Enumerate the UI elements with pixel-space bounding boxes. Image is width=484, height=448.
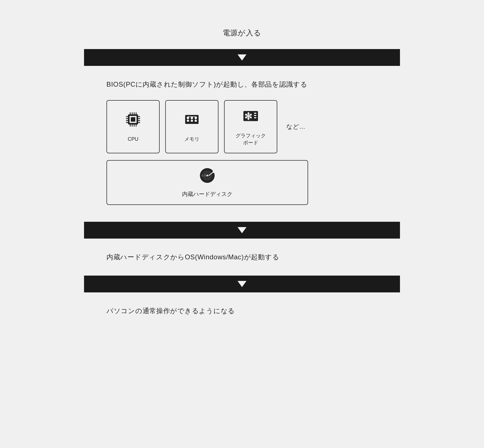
arrow3-block <box>84 276 400 292</box>
svg-point-33 <box>247 115 250 117</box>
flow-container: 電源が入る BIOS(PCに内蔵された制御ソフト)が起動し、各部品を認識する <box>84 17 400 329</box>
components-row: CPU <box>106 100 305 153</box>
step3-block: 内蔵ハードディスクからOS(Windows/Mac)が起動する <box>84 239 400 276</box>
arrow1-block <box>84 49 400 66</box>
svg-rect-24 <box>191 120 193 122</box>
svg-rect-20 <box>187 117 189 119</box>
svg-rect-45 <box>248 120 249 121</box>
memory-label: メモリ <box>184 136 199 143</box>
arrow2-block <box>84 222 400 239</box>
graphics-icon <box>242 107 260 128</box>
svg-rect-41 <box>254 115 256 116</box>
svg-point-53 <box>213 171 215 173</box>
step1-text: 電源が入る <box>223 28 262 38</box>
graphics-label: グラフィックボード <box>236 132 266 146</box>
graphics-card: グラフィックボード <box>224 100 277 153</box>
svg-point-34 <box>248 112 249 115</box>
hdd-wide-card: 内蔵ハードディスク <box>106 160 308 205</box>
svg-rect-47 <box>251 120 252 121</box>
svg-rect-55 <box>201 174 203 177</box>
arrow1-icon <box>238 54 246 61</box>
cpu-icon <box>124 110 142 131</box>
svg-point-37 <box>248 117 249 120</box>
svg-rect-21 <box>191 117 193 119</box>
cpu-label: CPU <box>128 136 138 143</box>
step4-text: パソコンの通常操作ができるようになる <box>106 306 235 315</box>
svg-rect-44 <box>246 120 247 121</box>
etc-label: など… <box>286 123 305 131</box>
svg-rect-43 <box>245 120 246 121</box>
memory-card: メモリ <box>165 100 218 153</box>
svg-rect-40 <box>254 113 256 114</box>
cpu-card: CPU <box>106 100 160 153</box>
svg-rect-42 <box>254 117 256 118</box>
svg-rect-23 <box>187 120 189 122</box>
hdd-icon <box>199 167 216 186</box>
svg-rect-18 <box>131 117 135 122</box>
step1-block: 電源が入る <box>84 17 400 49</box>
step4-block: パソコンの通常操作ができるようになる <box>84 292 400 329</box>
svg-rect-46 <box>250 120 251 121</box>
svg-rect-22 <box>195 117 197 119</box>
arrow2-icon <box>238 227 246 233</box>
hdd-label: 内蔵ハードディスク <box>182 190 232 198</box>
bios-title: BIOS(PCに内蔵された制御ソフト)が起動し、各部品を認識する <box>106 80 308 89</box>
svg-rect-25 <box>195 120 197 122</box>
svg-point-54 <box>206 175 208 176</box>
memory-icon <box>183 110 201 131</box>
arrow3-icon <box>238 281 246 287</box>
step3-text: 内蔵ハードディスクからOS(Windows/Mac)が起動する <box>106 253 279 262</box>
bios-section: BIOS(PCに内蔵された制御ソフト)が起動し、各部品を認識する <box>84 66 400 222</box>
